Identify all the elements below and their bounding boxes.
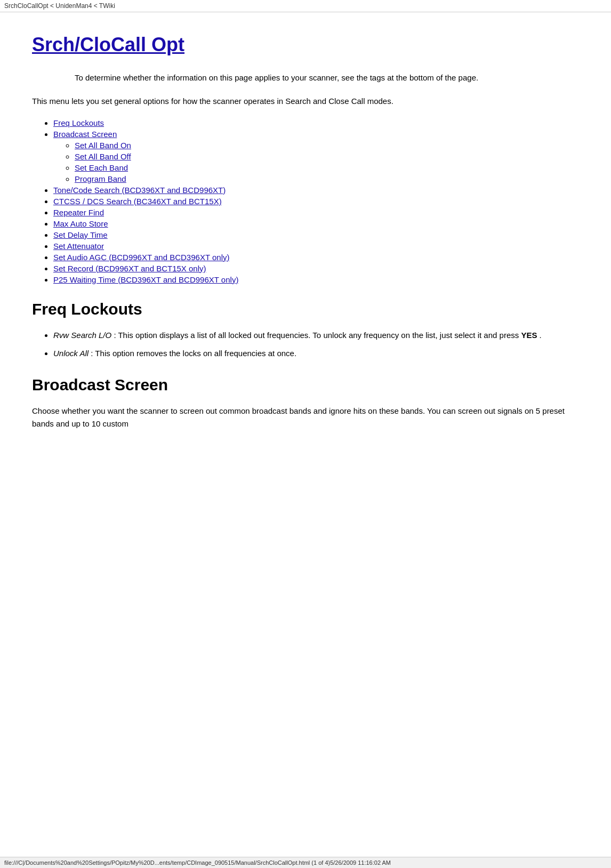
- freq-lockouts-list: Rvw Search L/O : This option displays a …: [53, 329, 579, 360]
- toc-item-set-attenuator: Set Attenuator: [53, 242, 579, 251]
- toc-sublist-broadcast: Set All Band On Set All Band Off Set Eac…: [75, 141, 579, 183]
- section-heading-freq-lockouts: Freq Lockouts: [32, 300, 579, 318]
- toc-link-program-band[interactable]: Program Band: [75, 174, 126, 183]
- unlock-all-italic: Unlock All: [53, 349, 89, 358]
- toc-link-set-record[interactable]: Set Record (BCD996XT and BCT15X only): [53, 264, 206, 273]
- rvw-end: .: [537, 331, 541, 340]
- toc-link-set-audio-agc[interactable]: Set Audio AGC (BCD996XT and BCD396XT onl…: [53, 253, 229, 262]
- toc-link-ctcss-dcs-search[interactable]: CTCSS / DCS Search (BC346XT and BCT15X): [53, 197, 222, 206]
- toc-item-freq-lockouts: Freq Lockouts: [53, 118, 579, 127]
- main-content: Srch/CloCall Opt To determine whether th…: [0, 12, 611, 457]
- rvw-italic: Rvw Search L/O: [53, 331, 111, 340]
- section-heading-broadcast-screen: Broadcast Screen: [32, 376, 579, 394]
- toc-item-repeater-find: Repeater Find: [53, 208, 579, 217]
- freq-lockouts-item-unlock-all: Unlock All : This option removes the loc…: [53, 347, 579, 360]
- toc-item-ctcss-dcs-search: CTCSS / DCS Search (BC346XT and BCT15X): [53, 197, 579, 206]
- page-title: Srch/CloCall Opt: [32, 34, 579, 56]
- toc-subitem-set-all-band-off: Set All Band Off: [75, 152, 579, 161]
- toc-list: Freq Lockouts Broadcast Screen Set All B…: [53, 118, 579, 284]
- rvw-bold: YES: [521, 331, 537, 340]
- toc-link-set-each-band[interactable]: Set Each Band: [75, 163, 128, 172]
- toc-link-repeater-find[interactable]: Repeater Find: [53, 208, 104, 217]
- rvw-text: : This option displays a list of all loc…: [111, 331, 521, 340]
- toc-item-set-record: Set Record (BCD996XT and BCT15X only): [53, 264, 579, 273]
- toc-item-tone-code-search: Tone/Code Search (BCD396XT and BCD996XT): [53, 186, 579, 195]
- unlock-all-text: : This option removes the locks on all f…: [89, 349, 296, 358]
- toc-link-max-auto-store[interactable]: Max Auto Store: [53, 219, 108, 228]
- toc-item-p25-waiting-time: P25 Waiting Time (BCD396XT and BCD996XT …: [53, 275, 579, 284]
- toc-link-set-delay-time[interactable]: Set Delay Time: [53, 230, 108, 239]
- toc-link-p25-waiting-time[interactable]: P25 Waiting Time (BCD396XT and BCD996XT …: [53, 275, 238, 284]
- title-bar: SrchCloCallOpt < UnidenMan4 < TWiki: [0, 0, 611, 12]
- toc-item-broadcast-screen: Broadcast Screen Set All Band On Set All…: [53, 130, 579, 183]
- intro-text: To determine whether the information on …: [75, 73, 478, 82]
- toc-item-set-audio-agc: Set Audio AGC (BCD996XT and BCD396XT onl…: [53, 253, 579, 262]
- toc-subitem-program-band: Program Band: [75, 174, 579, 183]
- toc-subitem-set-each-band: Set Each Band: [75, 163, 579, 172]
- broadcast-screen-para: Choose whether you want the scanner to s…: [32, 405, 579, 430]
- description-text: This menu lets you set general options f…: [32, 95, 579, 108]
- toc-link-set-all-band-off[interactable]: Set All Band Off: [75, 152, 131, 161]
- toc-link-tone-code-search[interactable]: Tone/Code Search (BCD396XT and BCD996XT): [53, 186, 226, 195]
- intro-block: To determine whether the information on …: [75, 72, 579, 84]
- toc-link-broadcast-screen[interactable]: Broadcast Screen: [53, 130, 117, 139]
- toc-item-max-auto-store: Max Auto Store: [53, 219, 579, 228]
- freq-lockouts-item-rvw: Rvw Search L/O : This option displays a …: [53, 329, 579, 342]
- toc-link-set-attenuator[interactable]: Set Attenuator: [53, 242, 104, 251]
- toc-link-freq-lockouts[interactable]: Freq Lockouts: [53, 118, 104, 127]
- toc-link-set-all-band-on[interactable]: Set All Band On: [75, 141, 131, 150]
- title-bar-text: SrchCloCallOpt < UnidenMan4 < TWiki: [4, 2, 115, 10]
- toc-item-set-delay-time: Set Delay Time: [53, 230, 579, 239]
- toc-subitem-set-all-band-on: Set All Band On: [75, 141, 579, 150]
